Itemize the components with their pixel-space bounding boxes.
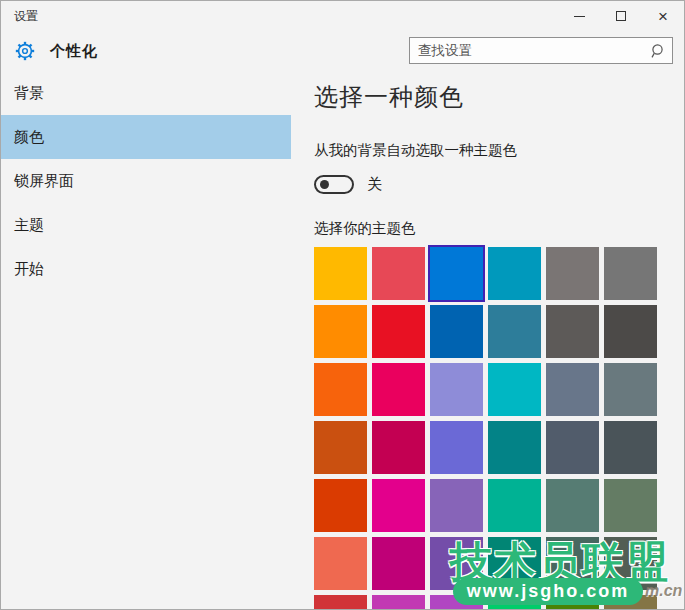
header: 个性化 [1,31,684,71]
accent-swatch-23[interactable] [546,421,599,474]
toggle-row: 关 [314,173,684,195]
accent-swatch-24[interactable] [604,421,657,474]
main-content: 选择一种颜色 从我的背景自动选取一种主题色 关 选择你的主题色 [291,71,684,610]
accent-swatch-25[interactable] [314,479,367,532]
accent-swatch-32[interactable] [372,537,425,590]
maximize-button[interactable] [600,1,642,31]
sidebar-item-1[interactable]: 背景 [1,71,291,115]
titlebar: 设置 × [1,1,684,31]
accent-color-label: 选择你的主题色 [314,219,684,238]
accent-swatch-28[interactable] [488,479,541,532]
accent-swatch-5[interactable] [546,247,599,300]
accent-swatch-22[interactable] [488,421,541,474]
accent-swatch-9[interactable] [430,305,483,358]
close-button[interactable]: × [642,1,684,31]
minimize-icon [574,16,585,17]
accent-swatch-15[interactable] [430,363,483,416]
watermark-extra-text: m.cn [645,582,682,600]
accent-swatch-10[interactable] [488,305,541,358]
accent-swatch-16[interactable] [488,363,541,416]
accent-swatch-7[interactable] [314,305,367,358]
accent-swatch-17[interactable] [546,363,599,416]
accent-swatch-31[interactable] [314,537,367,590]
sidebar-item-5[interactable]: 开始 [1,247,291,291]
minimize-button[interactable] [558,1,600,31]
accent-swatch-11[interactable] [546,305,599,358]
accent-swatch-1[interactable] [314,247,367,300]
search-input[interactable] [410,43,649,58]
toggle-knob [320,180,329,189]
page-section-title: 个性化 [50,42,98,61]
accent-swatch-20[interactable] [372,421,425,474]
auto-pick-label: 从我的背景自动选取一种主题色 [314,141,684,160]
sidebar-item-2[interactable]: 颜色 [1,115,291,159]
accent-swatch-4[interactable] [488,247,541,300]
settings-window: 设置 × [0,0,685,610]
sidebar-item-3[interactable]: 锁屏界面 [1,159,291,203]
accent-swatch-14[interactable] [372,363,425,416]
accent-swatch-3[interactable] [430,247,483,300]
window-title: 设置 [1,8,38,25]
auto-color-toggle[interactable] [314,175,354,194]
sidebar: 背景颜色锁屏界面主题开始 [1,71,291,610]
watermark-url-badge: www.jsgho.com [453,578,643,605]
accent-swatch-19[interactable] [314,421,367,474]
accent-swatch-26[interactable] [372,479,425,532]
settings-gear-icon [14,40,36,62]
accent-swatch-6[interactable] [604,247,657,300]
toggle-state-label: 关 [367,175,382,194]
accent-swatch-30[interactable] [604,479,657,532]
accent-swatch-2[interactable] [372,247,425,300]
accent-swatch-8[interactable] [372,305,425,358]
accent-swatch-21[interactable] [430,421,483,474]
accent-swatch-38[interactable] [372,595,425,610]
window-controls: × [558,1,684,31]
accent-swatch-12[interactable] [604,305,657,358]
search-icon [649,43,665,59]
accent-swatch-18[interactable] [604,363,657,416]
accent-swatch-29[interactable] [546,479,599,532]
accent-swatch-13[interactable] [314,363,367,416]
accent-swatch-27[interactable] [430,479,483,532]
close-icon: × [658,8,668,25]
search-box [409,37,673,64]
page-title: 选择一种颜色 [314,81,684,113]
window-body: 背景颜色锁屏界面主题开始 选择一种颜色 从我的背景自动选取一种主题色 关 选择你… [1,71,684,610]
maximize-icon [616,11,626,21]
sidebar-item-4[interactable]: 主题 [1,203,291,247]
accent-swatch-37[interactable] [314,595,367,610]
